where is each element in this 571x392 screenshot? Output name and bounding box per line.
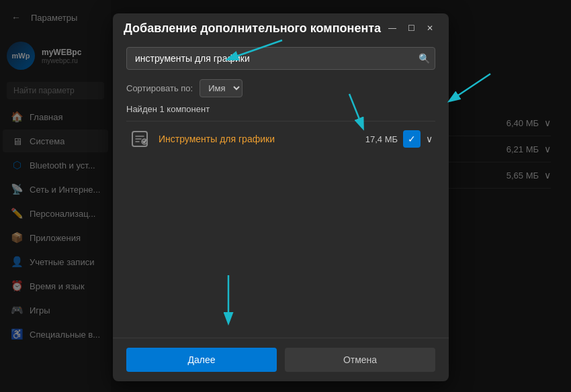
search-icon[interactable]: 🔍 bbox=[419, 53, 430, 64]
arrow-next-button bbox=[195, 268, 249, 336]
minimize-button[interactable]: — bbox=[384, 20, 400, 36]
next-button[interactable]: Далее bbox=[126, 348, 277, 372]
dialog-sort-label: Сортировать по: bbox=[126, 83, 193, 93]
result-name: Инструменты для графики bbox=[159, 134, 275, 144]
result-item: Инструменты для графики 17,4 МБ ✓ ∨ bbox=[126, 121, 435, 156]
arrow-add-button bbox=[437, 67, 504, 107]
arrow-checkbox bbox=[329, 87, 383, 141]
svg-line-5 bbox=[349, 94, 363, 128]
svg-line-3 bbox=[228, 40, 282, 59]
results-count: Найден 1 компонент bbox=[126, 104, 435, 114]
component-icon bbox=[129, 128, 150, 150]
add-component-dialog: Добавление дополнительного компонента — … bbox=[113, 13, 449, 381]
svg-line-9 bbox=[450, 74, 490, 101]
select-component-button[interactable]: ✓ bbox=[403, 130, 421, 148]
window-controls: — ☐ ✕ bbox=[384, 20, 438, 36]
dialog-sort-select[interactable]: Имя bbox=[200, 79, 243, 97]
maximize-button[interactable]: ☐ bbox=[403, 20, 419, 36]
dialog-footer: Далее Отмена bbox=[113, 338, 449, 381]
dialog-sort-row: Сортировать по: Имя bbox=[126, 79, 435, 97]
arrow-search bbox=[208, 34, 289, 67]
cancel-button[interactable]: Отмена bbox=[285, 348, 435, 372]
expand-icon[interactable]: ∨ bbox=[426, 134, 433, 144]
close-button[interactable]: ✕ bbox=[422, 20, 438, 36]
